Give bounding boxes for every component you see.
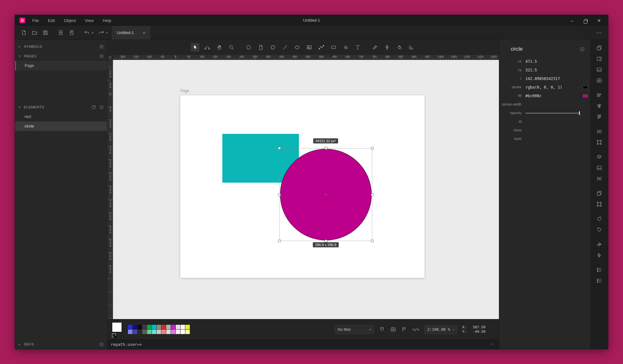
wrap-elements-button[interactable] [91,105,96,110]
menu-file[interactable]: File [32,18,39,23]
transform-icon[interactable] [596,139,602,145]
layers-icon[interactable] [596,154,602,160]
palette-swatch[interactable] [133,330,137,334]
restore-button[interactable] [583,18,588,23]
guides-button[interactable] [401,326,407,332]
property-value-class[interactable] [525,128,581,133]
distribute-icon[interactable] [596,128,602,135]
sort-icon[interactable] [596,278,602,284]
resize-handle-bottom-right[interactable] [371,240,374,242]
property-value-cx[interactable]: 471.5 [525,59,581,64]
tab-close-icon[interactable]: × [143,30,145,35]
symbols-section-header[interactable]: ▸ SYMBOLS [15,42,107,51]
opacity-slider-handle[interactable] [579,111,580,115]
info-icon[interactable] [580,47,585,52]
resize-handle-bottom[interactable] [325,240,327,242]
add-page-button[interactable] [99,54,104,59]
minimize-button[interactable]: – [570,18,575,23]
palette-swatch[interactable] [147,330,152,334]
palette-swatch[interactable] [128,325,132,329]
split-panel-icon[interactable] [596,67,602,73]
open-button[interactable] [32,30,38,36]
zoom-tool[interactable] [227,43,236,52]
palette-swatch[interactable] [181,325,185,329]
polygon-tool[interactable] [269,43,277,52]
defs-section-header[interactable]: ▸ DEFS [15,339,107,349]
resize-handle-bottom-left[interactable] [278,240,281,242]
rotate-cw-icon[interactable] [596,216,602,222]
menu-edit[interactable]: Edit [48,18,55,23]
align-left-icon[interactable] [596,92,602,98]
property-value-style[interactable] [525,137,581,141]
palette-swatch[interactable] [137,330,142,334]
opacity-slider[interactable] [525,113,580,113]
document-tab[interactable]: Untitled-1 × [111,26,151,40]
fill-color-swatch[interactable] [112,322,122,332]
property-value-stroke[interactable]: rgba(0, 0, 0, 1) [525,85,581,90]
property-value-fill[interactable]: #bc008c [525,94,581,98]
redo-button-dropdown-icon[interactable]: ▾ [106,31,108,34]
resize-handle-top[interactable] [325,147,327,149]
property-value-id[interactable] [525,120,581,124]
resize-handle-left[interactable] [278,193,281,196]
circle-tool[interactable] [244,43,253,52]
palette-swatch[interactable] [152,330,156,334]
palette-swatch[interactable] [185,325,190,329]
ellipse-tool[interactable] [293,43,301,52]
filter-select[interactable]: No filter ▾ [335,325,374,334]
export-button[interactable] [69,30,75,36]
flip-horizontal-icon[interactable] [596,241,602,247]
element-item-circle[interactable]: circle [15,121,107,131]
import-button[interactable] [58,30,64,36]
line-tool[interactable] [281,43,289,52]
add-symbol-button[interactable] [99,44,104,49]
page-tool[interactable] [256,43,265,52]
pages-section-header[interactable]: ▾ PAGES [15,51,107,61]
command-console[interactable]: repath.user=> [108,339,499,349]
undo-button-dropdown-icon[interactable]: ▾ [92,31,93,34]
palette-swatch[interactable] [185,330,190,334]
ruler-corner-button[interactable] [108,55,113,60]
stack-icon[interactable] [596,165,602,171]
zoom-control[interactable]: Z:100.00 % ▾ [424,325,457,334]
align-center-icon[interactable] [596,103,602,109]
palette-swatch[interactable] [171,325,175,329]
undo-button[interactable] [84,30,90,36]
grid-toggle-button[interactable] [390,326,396,332]
image-tool[interactable] [305,43,314,52]
pan-tool[interactable] [215,43,224,52]
spiral-tool[interactable] [341,43,350,52]
fill-color-swatch[interactable] [583,94,588,98]
select-tool[interactable] [191,43,199,52]
palette-swatch[interactable] [176,325,180,329]
palette-swatch[interactable] [142,330,147,334]
resize-handle-right[interactable] [371,193,374,196]
stroke-color-swatch[interactable] [112,333,116,337]
element-item-rect[interactable]: rect [15,112,107,121]
property-value-cy[interactable]: 321.5 [525,68,581,72]
vertical-ruler[interactable]: - 1 0 0- 5 005 01 0 01 5 02 0 02 5 03 0 … [108,60,113,319]
property-value-r[interactable]: 142.89856542317 [525,76,581,81]
rect-tool[interactable] [329,43,338,52]
palette-swatch[interactable] [157,330,161,334]
horizontal-ruler-track[interactable]: -200-150-100-500501001502002503003504004… [113,55,499,60]
palette-swatch[interactable] [166,325,171,329]
stroke-color-swatch[interactable] [583,86,588,89]
palette-swatch[interactable] [161,330,166,334]
palette-swatch[interactable] [161,325,166,329]
redo-button[interactable] [98,30,104,36]
pencil-tool[interactable] [371,43,379,52]
boolean-icon[interactable] [596,190,602,196]
palette-swatch[interactable] [152,325,156,329]
palette-swatch[interactable] [166,330,171,334]
list-icon[interactable] [596,267,602,273]
page-item-page[interactable]: Page [15,61,107,70]
rotate-ccw-icon[interactable] [596,227,602,233]
pen-tool[interactable] [383,43,391,52]
elements-section-header[interactable]: ▾ ELEMENTS [15,102,107,112]
palette-swatch[interactable] [137,325,142,329]
console-expand-button[interactable] [489,342,494,347]
menu-help[interactable]: Help [103,18,111,23]
path-tool[interactable] [317,43,326,52]
flip-vertical-icon[interactable] [596,252,602,258]
